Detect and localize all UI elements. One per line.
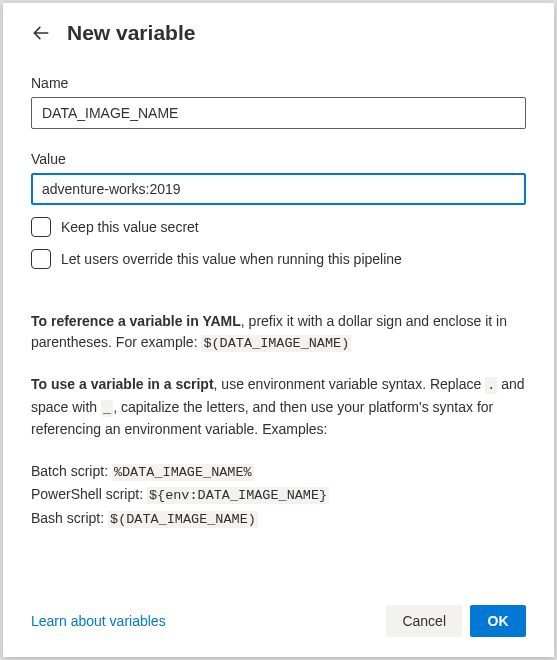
- ok-button[interactable]: OK: [470, 605, 526, 637]
- yaml-help-code: $(DATA_IMAGE_NAME): [201, 335, 351, 352]
- powershell-code: ${env:DATA_IMAGE_NAME}: [147, 487, 329, 504]
- cancel-button[interactable]: Cancel: [386, 605, 462, 637]
- batch-label: Batch script:: [31, 463, 112, 479]
- bash-code: $(DATA_IMAGE_NAME): [108, 511, 258, 528]
- secret-checkbox-row: Keep this value secret: [31, 217, 526, 237]
- yaml-help-bold: To reference a variable in YAML: [31, 313, 241, 329]
- name-input[interactable]: [31, 97, 526, 129]
- dialog-title: New variable: [67, 21, 195, 45]
- script-help-bold: To use a variable in a script: [31, 376, 214, 392]
- underscore-code: _: [101, 400, 113, 417]
- dialog-header: New variable: [3, 3, 554, 57]
- name-label: Name: [31, 75, 526, 91]
- override-checkbox-label: Let users override this value when runni…: [61, 251, 402, 267]
- secret-checkbox-label: Keep this value secret: [61, 219, 199, 235]
- button-group: Cancel OK: [386, 605, 526, 637]
- secret-checkbox[interactable]: [31, 217, 51, 237]
- bash-script-line: Bash script: $(DATA_IMAGE_NAME): [31, 507, 526, 531]
- learn-link[interactable]: Learn about variables: [31, 613, 166, 629]
- override-checkbox-row: Let users override this value when runni…: [31, 249, 526, 269]
- powershell-script-line: PowerShell script: ${env:DATA_IMAGE_NAME…: [31, 483, 526, 507]
- help-text: To reference a variable in YAML, prefix …: [31, 311, 526, 531]
- value-input[interactable]: [31, 173, 526, 205]
- value-field-group: Value: [31, 151, 526, 205]
- batch-code: %DATA_IMAGE_NAME%: [112, 464, 254, 481]
- dialog-content: Name Value Keep this value secret Let us…: [3, 57, 554, 589]
- powershell-label: PowerShell script:: [31, 486, 147, 502]
- dialog-footer: Learn about variables Cancel OK: [3, 589, 554, 657]
- override-checkbox[interactable]: [31, 249, 51, 269]
- name-field-group: Name: [31, 75, 526, 129]
- script-help-paragraph: To use a variable in a script, use envir…: [31, 374, 526, 440]
- batch-script-line: Batch script: %DATA_IMAGE_NAME%: [31, 460, 526, 484]
- back-arrow-icon[interactable]: [31, 23, 51, 43]
- dot-code: .: [485, 377, 497, 394]
- bash-label: Bash script:: [31, 510, 108, 526]
- new-variable-dialog: New variable Name Value Keep this value …: [3, 3, 554, 657]
- value-label: Value: [31, 151, 526, 167]
- script-help-text1: , use environment variable syntax. Repla…: [214, 376, 486, 392]
- yaml-help-paragraph: To reference a variable in YAML, prefix …: [31, 311, 526, 354]
